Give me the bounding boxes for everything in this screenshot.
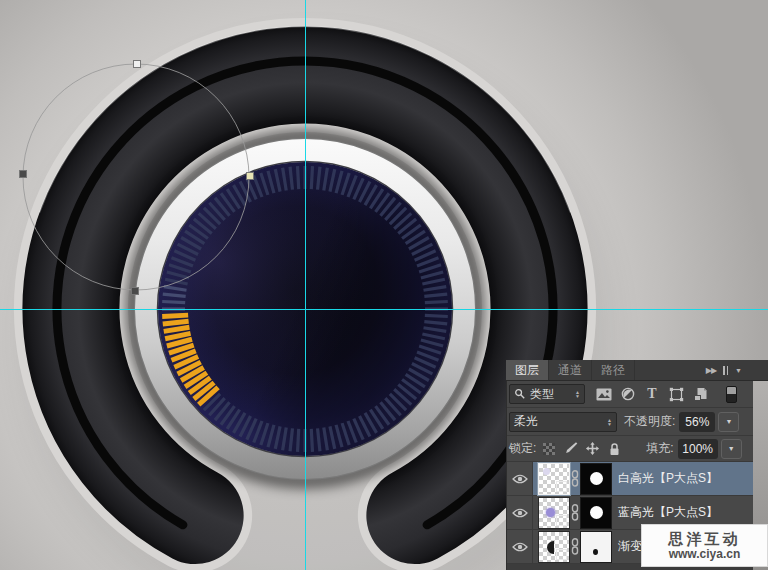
fill-label: 填充: [646,440,673,457]
transform-box-badge [556,549,567,560]
eye-icon [512,542,528,552]
type-layer-filter-icon[interactable]: T [640,384,664,404]
fill-value-field[interactable]: 100% [678,439,718,459]
link-icon [570,470,580,487]
adjustment-layer-filter-icon[interactable] [616,384,640,404]
layer-thumbnail[interactable] [538,497,570,529]
shape-layer-filter-icon[interactable] [664,384,688,404]
visibility-toggle[interactable] [507,462,533,495]
layer-mask-thumbnail[interactable] [580,497,612,529]
layer-name[interactable]: 白高光【P大点S】 [618,470,718,487]
opacity-value-field[interactable]: 56% [679,412,715,432]
tab-channels[interactable]: 通道 [549,360,592,380]
lock-position-icon[interactable] [585,441,600,456]
eye-icon [512,474,528,484]
layer-mask-thumbnail[interactable] [580,463,612,495]
fill-dropdown-button[interactable]: ▼ [721,439,742,459]
opacity-dropdown-button[interactable]: ▼ [718,412,739,432]
tab-layers[interactable]: 图层 [506,360,549,380]
path-anchor[interactable] [247,173,254,180]
path-anchor[interactable] [20,171,27,178]
filter-switch-toggle[interactable] [726,386,737,403]
layer-name[interactable]: 蓝高光【P大点S】 [618,504,718,521]
path-anchor[interactable] [134,61,141,68]
transform-box-badge [556,515,567,526]
visibility-toggle[interactable] [507,530,533,563]
watermark-title: 思洋互动 [669,530,741,547]
path-anchor[interactable] [132,288,139,295]
eye-icon [512,508,528,518]
blend-mode-value: 柔光 [514,413,538,430]
tab-paths[interactable]: 路径 [592,360,635,380]
watermark: 思洋互动 www.ciya.cn [641,524,768,567]
collapse-panels-icon[interactable]: ▶▶ [706,366,716,375]
layer-row-white-highlight[interactable]: 白高光【P大点S】 [507,462,754,496]
spinner-icon: ▲▼ [571,390,580,398]
layer-mask-thumbnail[interactable] [580,531,612,563]
blend-mode-select[interactable]: 柔光 ▲▼ [509,412,617,432]
photoshop-workspace: 图层 通道 路径 ▶▶ ▼ 类型 ▲▼ [0,0,768,570]
pixel-layer-filter-icon[interactable] [592,384,616,404]
spinner-icon: ▲▼ [603,418,612,426]
lock-transparency-icon[interactable] [541,441,556,456]
layer-thumbnail[interactable] [538,463,570,495]
panel-menu-caret-icon[interactable]: ▼ [735,367,742,374]
link-icon [570,504,580,521]
search-icon [514,388,526,400]
visibility-toggle[interactable] [507,496,533,529]
filter-type-label: 类型 [530,386,554,403]
panel-menu-icon[interactable] [723,366,728,375]
layer-name[interactable]: 渐变 [618,538,642,555]
layer-thumbnail[interactable] [538,531,570,563]
opacity-label: 不透明度: [624,413,675,430]
lock-all-icon[interactable] [607,441,622,456]
transform-box-badge [556,481,567,492]
lock-label: 锁定: [509,440,536,457]
panel-tab-bar: 图层 通道 路径 ▶▶ ▼ [506,360,768,381]
smart-object-filter-icon[interactable] [688,384,712,404]
lock-pixels-icon[interactable] [563,441,578,456]
layer-filter-type-select[interactable]: 类型 ▲▼ [509,384,585,404]
watermark-url: www.ciya.cn [669,547,741,561]
link-icon [570,538,580,555]
